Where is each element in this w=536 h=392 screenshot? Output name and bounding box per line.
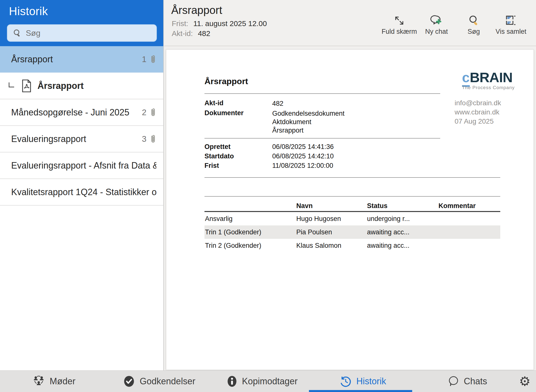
record-id-meta: Akt-id: 482 <box>172 29 210 38</box>
list-item-manedsopgorelse[interactable]: Månedsopgørelse - Juni 2025 2 <box>0 99 163 126</box>
new-chat-label: Ny chat <box>425 28 448 36</box>
tab-label: Godkendelser <box>140 376 195 387</box>
record-id-label: Akt-id: <box>172 29 193 37</box>
tab-label: Chats <box>464 376 487 387</box>
search-icon <box>12 28 22 38</box>
field-aktid: Akt-id 482 <box>204 99 283 108</box>
deadline-label: Frist: <box>172 19 188 28</box>
contact-web: www.cbrain.dk <box>455 107 501 117</box>
table-row: Trin 1 (Godkender) Pia Poulsen awaiting … <box>204 225 500 239</box>
contact-date: 07 Aug 2025 <box>455 117 501 126</box>
date-label: Startdato <box>204 151 272 161</box>
bottom-tab-bar: Møder Godkendelser Kopimodtager <box>0 370 536 392</box>
view-combined-icon <box>505 14 517 26</box>
list-item-evalueringsrapport-afsnit[interactable]: Evalueringsrapport - Afsnit fra Data & .… <box>0 152 163 179</box>
tab-kopimodtager[interactable]: Kopimodtager <box>227 371 298 392</box>
approvals-check-icon <box>123 375 135 388</box>
tab-label: Møder <box>50 376 75 387</box>
fullscreen-icon <box>394 14 405 26</box>
contact-block: info@cbrain.dk www.cbrain.dk 07 Aug 2025 <box>455 98 501 126</box>
list-item-label: Månedsopgørelse - Juni 2025 <box>11 107 129 118</box>
field-label: Akt-id <box>204 99 272 108</box>
chat-bubble-icon <box>447 375 459 388</box>
col-header-kommentar: Kommentar <box>438 202 500 210</box>
settings-gear-icon[interactable]: ⚙ <box>519 371 531 392</box>
search-input[interactable] <box>26 29 151 38</box>
paperclip-icon <box>150 107 156 118</box>
divider <box>204 196 500 197</box>
document-page: Årsrapport cBRAIN The Process Company Ak… <box>166 49 534 370</box>
attachment-count: 2 <box>142 108 146 117</box>
document-list-item: Godkendelsesdokument <box>272 109 344 118</box>
search-toolbar-icon <box>468 14 479 26</box>
new-chat-icon <box>430 14 443 26</box>
fullscreen-label: Fuld skærm <box>382 28 417 36</box>
attachment-count: 3 <box>142 134 146 144</box>
tab-godkendelser[interactable]: Godkendelser <box>123 371 195 392</box>
meetings-icon <box>32 375 45 388</box>
field-dokumenter: Dokumenter Godkendelsesdokument Aktdokum… <box>204 109 344 135</box>
deadline-meta: Frist: 11. august 2025 12.00 <box>172 19 267 28</box>
list-item-arsrapport[interactable]: Årsrapport 1 <box>0 46 163 73</box>
contact-email: info@cbrain.dk <box>455 98 501 107</box>
logo-brain: BRAIN <box>470 70 512 85</box>
info-icon <box>227 375 237 388</box>
tab-label: Kopimodtager <box>242 376 298 387</box>
sidebar-header: Historik <box>0 0 163 46</box>
date-label: Frist <box>204 161 272 170</box>
divider <box>204 177 500 178</box>
date-value: 11/08/2025 12:00:00 <box>272 161 334 170</box>
logo-tagline: The Process Company <box>462 85 515 90</box>
history-sidebar: Historik Årsrapport 1 <box>0 0 164 370</box>
attachment-count: 1 <box>142 55 146 64</box>
document-list-item: Aktdokument <box>272 118 344 126</box>
list-item-label: Evalueringsrapport - Afsnit fra Data & .… <box>11 160 156 171</box>
active-tab-indicator <box>309 390 412 392</box>
list-item-kvalitetsrapport[interactable]: Kvalitetsrapport 1Q24 - Statistikker og … <box>0 179 163 206</box>
col-header-navn: Navn <box>296 202 367 210</box>
header-toolbar: Fuld skærm Ny chat Søg <box>381 14 530 36</box>
list-subitem-arsrapport-pdf[interactable]: Årsrapport <box>0 73 163 99</box>
view-combined-label: Vis samlet <box>496 28 526 36</box>
tab-label: Historik <box>356 376 386 387</box>
record-id-value: 482 <box>198 29 210 37</box>
deadline-value: 11. august 2025 12.00 <box>193 19 267 28</box>
tree-branch-icon <box>9 82 14 87</box>
search-toolbar-label: Søg <box>468 28 480 36</box>
sidebar-title: Historik <box>9 4 48 18</box>
cbrain-logo: cBRAIN The Process Company <box>462 71 515 90</box>
table-row: Trin 2 (Godkender) Klaus Salomon awaitin… <box>204 239 500 252</box>
table-row: Ansvarlig Hugo Hugosen undergoing r... <box>204 212 500 225</box>
history-icon <box>339 375 352 388</box>
list-item-label: Kvalitetsrapport 1Q24 - Statistikker og … <box>11 187 156 197</box>
col-header-status: Status <box>367 202 438 210</box>
table-header-row: Navn Status Kommentar <box>204 201 500 212</box>
date-value: 06/08/2025 14:41:36 <box>272 142 334 151</box>
field-value: 482 <box>272 99 283 108</box>
document-list-item: Årsrapport <box>272 126 344 135</box>
new-chat-button[interactable]: Ny chat <box>418 14 455 36</box>
document-title: Årsrapport <box>204 76 248 86</box>
detail-header: Årsrapport Frist: 11. august 2025 12.00 … <box>164 0 536 46</box>
list-item-label: Evalueringsrapport <box>11 134 86 144</box>
date-label: Oprettet <box>204 142 272 151</box>
list-item-label: Årsrapport <box>37 81 84 91</box>
list-item-evalueringsrapport[interactable]: Evalueringsrapport 3 <box>0 126 163 152</box>
divider <box>204 93 440 94</box>
tab-moder[interactable]: Møder <box>32 371 75 392</box>
logo-c: c <box>462 70 470 87</box>
dates-block: Oprettet Startdato Frist 06/08/2025 14:4… <box>204 142 334 170</box>
divider <box>204 138 440 139</box>
pdf-file-icon <box>21 79 32 92</box>
search-box[interactable] <box>7 24 157 42</box>
paperclip-icon <box>150 134 156 144</box>
field-label: Dokumenter <box>204 109 272 135</box>
tab-historik[interactable]: Historik <box>339 371 386 392</box>
list-item-label: Årsrapport <box>11 54 53 65</box>
search-button[interactable]: Søg <box>455 14 492 36</box>
fullscreen-button[interactable]: Fuld skærm <box>381 14 418 36</box>
detail-title: Årsrapport <box>171 4 222 16</box>
view-combined-button[interactable]: Vis samlet <box>492 14 530 36</box>
tab-chats[interactable]: Chats <box>447 371 487 392</box>
date-value: 06/08/2025 14:42:10 <box>272 151 334 161</box>
